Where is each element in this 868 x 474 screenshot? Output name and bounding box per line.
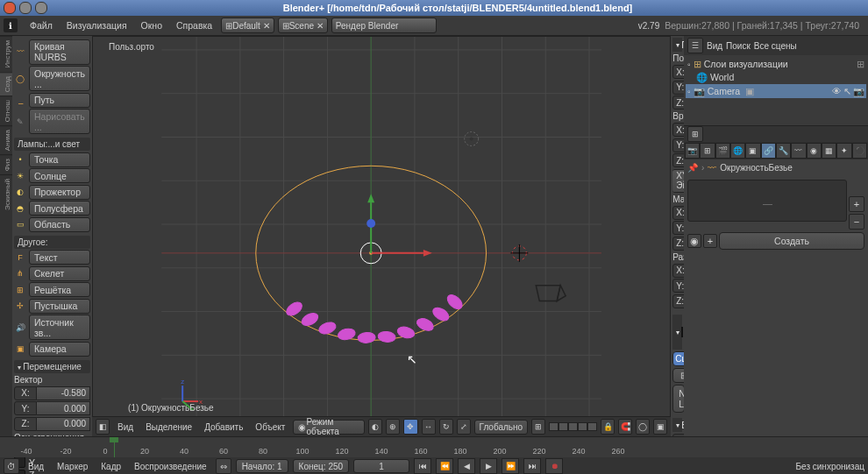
add-area-lamp[interactable]: Область bbox=[29, 217, 90, 232]
proportional-icon[interactable]: ◯ bbox=[636, 419, 650, 435]
rotation-mode-dropdown[interactable]: XYZ Эйлер bbox=[672, 169, 684, 193]
add-camera[interactable]: Камера bbox=[29, 342, 90, 357]
tab-scene-icon[interactable]: 🎬 bbox=[715, 143, 730, 159]
vp-menu-view[interactable]: Вид bbox=[117, 422, 133, 432]
timeline-ruler[interactable]: -40-200204060801001201401601802002202402… bbox=[0, 436, 868, 457]
keyframe-prev-icon[interactable]: ⏪ bbox=[436, 458, 453, 474]
play-reverse-icon[interactable]: ◀ bbox=[458, 458, 475, 474]
panel-other-head[interactable]: Другое: bbox=[14, 236, 90, 249]
outliner-row-renderlayers[interactable]: ◦⊞Слои визуализации⊞ bbox=[686, 57, 866, 70]
add-sun-lamp[interactable]: Солнце bbox=[29, 168, 90, 183]
gp-new-layer-button[interactable]: New Layer bbox=[672, 385, 684, 413]
tl-menu-playback[interactable]: Воспроизведение bbox=[134, 462, 207, 471]
pivot-icon[interactable]: ⊕ bbox=[386, 419, 400, 435]
vec-y[interactable]: 0.000 bbox=[37, 401, 90, 415]
material-slot-list[interactable]: — bbox=[687, 180, 847, 222]
orientation-dropdown[interactable]: Глобально bbox=[474, 420, 529, 435]
tab-world-icon[interactable]: 🌐 bbox=[730, 143, 745, 159]
add-nurbs-curve[interactable]: Кривая NURBS bbox=[29, 39, 90, 65]
menu-render[interactable]: Визуализация bbox=[67, 20, 127, 31]
tab-render-icon[interactable]: 📷 bbox=[685, 143, 700, 159]
menu-window[interactable]: Окно bbox=[141, 20, 162, 31]
tab-texture-icon[interactable]: ▦ bbox=[822, 143, 836, 159]
list-remove-icon[interactable]: − bbox=[849, 214, 864, 230]
draw-curve[interactable]: Нарисовать ... bbox=[29, 109, 90, 134]
lock-camera-icon[interactable]: 🔒 bbox=[601, 419, 615, 435]
material-browse-icon[interactable]: ◉ bbox=[687, 234, 701, 248]
panel-lamps-head[interactable]: Лампы:...и свет bbox=[14, 138, 90, 151]
tab-physics[interactable]: Физ bbox=[0, 154, 12, 174]
tab-particles-icon[interactable]: ✦ bbox=[836, 143, 851, 159]
editor-type-icon[interactable]: ◧ bbox=[96, 419, 110, 435]
panel-move-head[interactable]: Перемещение bbox=[14, 360, 90, 373]
tab-constraints-icon[interactable]: 🔗 bbox=[761, 143, 776, 159]
panel-grease-pencil-head[interactable]: Grease Pencil Laye bbox=[672, 315, 682, 350]
layers-icon[interactable]: ⊞ bbox=[531, 419, 545, 435]
add-path[interactable]: Путь bbox=[29, 93, 90, 108]
tab-create[interactable]: Созд bbox=[0, 72, 12, 96]
mode-dropdown[interactable]: ◉ Режим объекта bbox=[293, 420, 365, 435]
tab-modifiers-icon[interactable]: 🔧 bbox=[776, 143, 791, 159]
tab-relations[interactable]: Отнош bbox=[0, 96, 12, 125]
list-add-icon[interactable]: + bbox=[849, 196, 864, 212]
start-frame-field[interactable]: Начало: 1 bbox=[236, 459, 288, 473]
translate-manip-icon[interactable]: ↔ bbox=[422, 419, 436, 435]
scene-dropdown[interactable]: ⊞ Scene ✕ bbox=[278, 18, 328, 33]
vec-x[interactable]: -0.580 bbox=[37, 386, 90, 400]
layout-dropdown[interactable]: ⊞ Default ✕ bbox=[221, 18, 274, 33]
add-armature[interactable]: Скелет bbox=[29, 266, 90, 281]
layer-buttons[interactable] bbox=[549, 422, 597, 431]
panel-view-head[interactable]: Вид bbox=[672, 418, 682, 432]
manipulator-icon[interactable]: ✥ bbox=[403, 419, 417, 435]
jump-end-icon[interactable]: ⏭ bbox=[523, 458, 541, 474]
outliner-row-camera[interactable]: ◦📷Camera▣👁↖📷 bbox=[686, 84, 866, 98]
menu-help[interactable]: Справка bbox=[176, 20, 212, 31]
add-empty[interactable]: Пустышка bbox=[29, 299, 90, 314]
3d-viewport[interactable]: xz Польз.орто (1) ОкружностьБезье ↖ bbox=[92, 36, 671, 417]
material-new-icon[interactable]: + bbox=[703, 234, 717, 248]
render-engine-dropdown[interactable]: Рендер Blender bbox=[331, 18, 437, 33]
panel-transform-head[interactable]: Преобразование bbox=[672, 38, 682, 52]
outliner-filter-dropdown[interactable]: Все сцены bbox=[754, 41, 864, 51]
auto-keyframe-icon[interactable]: ⏺ bbox=[545, 458, 563, 474]
tab-object-icon[interactable]: ▣ bbox=[745, 143, 760, 159]
tl-menu-view[interactable]: Вид bbox=[28, 462, 44, 471]
pin-icon[interactable]: 📌 bbox=[687, 163, 698, 173]
blender-logo-icon[interactable]: ℹ bbox=[4, 18, 18, 32]
play-icon[interactable]: ▶ bbox=[480, 458, 497, 474]
timeline-editor-icon[interactable]: ⏱ bbox=[4, 458, 19, 474]
add-text[interactable]: Текст bbox=[29, 250, 90, 265]
add-spot-lamp[interactable]: Прожектор bbox=[29, 185, 90, 200]
minimize-window-icon[interactable] bbox=[19, 2, 32, 14]
tab-physics-icon[interactable]: ⚫ bbox=[852, 143, 867, 159]
outliner[interactable]: ◦⊞Слои визуализации⊞ 🌐World ◦📷Camera▣👁↖📷 bbox=[684, 55, 868, 126]
vp-menu-object[interactable]: Объект bbox=[255, 422, 285, 432]
vp-menu-add[interactable]: Добавить bbox=[204, 422, 243, 432]
menu-file[interactable]: Файл bbox=[30, 20, 53, 31]
outliner-row-world[interactable]: 🌐World bbox=[686, 70, 866, 84]
rotate-manip-icon[interactable]: ↻ bbox=[439, 419, 453, 435]
end-frame-field[interactable]: Конец: 250 bbox=[293, 459, 349, 473]
outliner-editor-icon[interactable]: ☰ bbox=[687, 38, 703, 53]
outliner-search-menu[interactable]: Поиск bbox=[726, 41, 751, 51]
add-nurbs-circle[interactable]: Окружность ... bbox=[29, 66, 90, 91]
render-preview-icon[interactable]: ▣ bbox=[653, 419, 667, 435]
tab-data-icon[interactable]: 〰 bbox=[791, 143, 806, 159]
vp-menu-select[interactable]: Выделение bbox=[146, 422, 192, 432]
eye-icon[interactable]: 👁 bbox=[832, 86, 842, 96]
vec-z[interactable]: 0.000 bbox=[37, 417, 90, 431]
outliner-view-menu[interactable]: Вид bbox=[707, 41, 722, 51]
keyframe-next-icon[interactable]: ⏩ bbox=[502, 458, 519, 474]
tab-material-icon[interactable]: ◉ bbox=[807, 143, 822, 159]
add-lattice[interactable]: Решётка bbox=[29, 282, 90, 297]
snap-icon[interactable]: 🧲 bbox=[618, 419, 632, 435]
tab-anim[interactable]: Анима bbox=[0, 125, 12, 154]
material-create-button[interactable]: Создать bbox=[719, 232, 864, 250]
gp-scene-button[interactable]: Сцена bbox=[672, 351, 684, 366]
gp-check[interactable] bbox=[681, 327, 683, 337]
add-point-lamp[interactable]: Точка bbox=[29, 152, 90, 167]
properties-editor-icon[interactable]: ⊞ bbox=[687, 126, 703, 142]
tl-menu-marker[interactable]: Маркер bbox=[57, 462, 88, 471]
tl-menu-frame[interactable]: Кадр bbox=[101, 462, 121, 471]
current-frame-field[interactable]: 1 bbox=[353, 459, 409, 473]
